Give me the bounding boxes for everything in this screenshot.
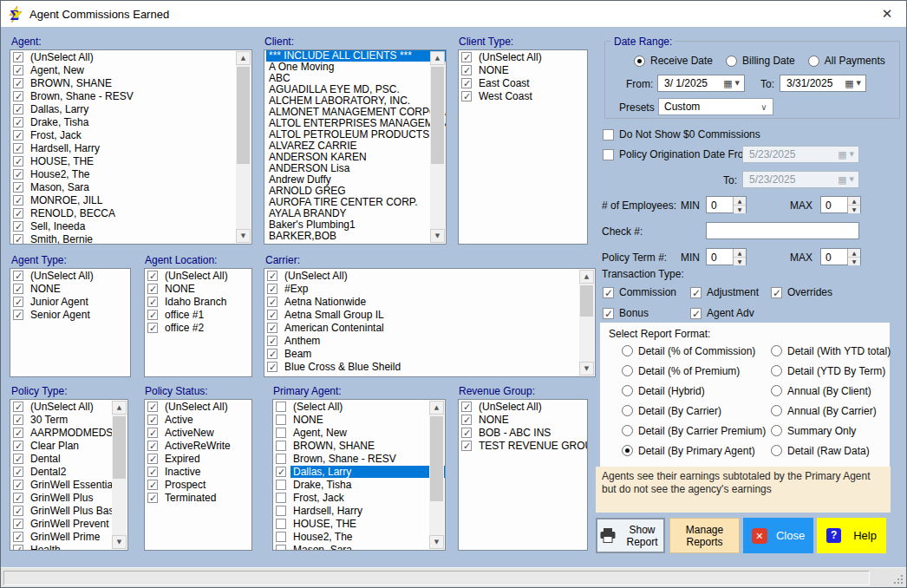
item-checkbox-icon[interactable]	[267, 297, 277, 307]
list-item[interactable]: Mason, Sara	[10, 180, 251, 193]
radio-option[interactable]: Annual (By Client)	[771, 381, 901, 401]
list-item[interactable]: Smith, Bernie	[10, 232, 251, 245]
item-checkbox-icon[interactable]	[147, 284, 158, 294]
list-item[interactable]: Junior Agent	[10, 295, 130, 308]
from-date-picker[interactable]: 3/ 1/2025	[657, 75, 745, 92]
item-checkbox-icon[interactable]	[276, 532, 286, 542]
list-item[interactable]: NONE	[459, 63, 587, 76]
item-checkbox-icon[interactable]	[13, 415, 23, 425]
item-checkbox-icon[interactable]	[13, 480, 23, 490]
item-checkbox-icon[interactable]	[13, 545, 23, 552]
list-item[interactable]: AGUADILLA EYE MD, PSC.	[264, 84, 446, 95]
list-item[interactable]: House2, The	[10, 167, 251, 180]
list-item[interactable]: BROWN, SHANE	[10, 76, 251, 89]
term-min-value[interactable]: 0	[707, 249, 733, 265]
list-item[interactable]: Health	[10, 543, 127, 551]
list-item[interactable]: Inactive	[145, 465, 251, 478]
spin-down-icon[interactable]	[734, 206, 746, 213]
list-item[interactable]: Beam	[264, 347, 595, 360]
radio-option[interactable]: Receive Date	[634, 55, 713, 67]
list-item[interactable]: (UnSelect All)	[459, 50, 587, 63]
scroll-thumb[interactable]	[580, 285, 593, 317]
radio-option[interactable]: Detail (By Carrier Premium)	[622, 421, 771, 441]
policy-origination-checkbox[interactable]: Policy Origination Date From:	[603, 148, 755, 160]
checkbox-icon[interactable]	[771, 287, 782, 298]
checkbox-option[interactable]: Bonus	[603, 303, 690, 323]
radio-icon[interactable]	[808, 56, 819, 67]
list-item[interactable]: Dallas, Larry	[273, 465, 445, 478]
checkbox-option[interactable]: Commission	[603, 282, 690, 303]
list-item[interactable]: American Contenintal	[264, 321, 595, 334]
list-item[interactable]: East Coast	[459, 76, 587, 89]
client-type-list[interactable]: (UnSelect All)NONEEast CoastWest Coast	[458, 49, 588, 245]
list-item[interactable]: ANDERSON Lisa	[264, 163, 446, 174]
radio-icon[interactable]	[771, 365, 782, 376]
list-item[interactable]: (Select All)	[273, 400, 445, 413]
radio-option[interactable]: Detail (By Carrier)	[622, 401, 771, 421]
list-item[interactable]: Clear Plan	[10, 439, 127, 452]
item-checkbox-icon[interactable]	[13, 182, 23, 193]
spin-down-icon[interactable]	[848, 206, 860, 213]
item-checkbox-icon[interactable]	[461, 441, 472, 451]
resize-grip-icon[interactable]	[894, 575, 904, 585]
item-checkbox-icon[interactable]	[267, 271, 277, 281]
list-item[interactable]: Prospect	[145, 478, 251, 491]
item-checkbox-icon[interactable]	[461, 402, 472, 412]
list-item[interactable]: TEST REVENUE GROUP	[459, 439, 587, 452]
radio-option[interactable]: All Payments	[808, 55, 885, 67]
list-item[interactable]: Aetna Nationwide	[264, 295, 595, 308]
radio-option[interactable]: Annual (By Carrier)	[771, 401, 901, 421]
help-button[interactable]: ? Help	[817, 518, 886, 553]
item-checkbox-icon[interactable]	[276, 441, 286, 451]
radio-option[interactable]: Billing Date	[726, 55, 795, 67]
show-report-button[interactable]: Show Report	[596, 518, 665, 553]
list-item[interactable]: (UnSelect All)	[10, 269, 130, 282]
item-checkbox-icon[interactable]	[147, 428, 158, 438]
list-item[interactable]: #Exp	[264, 282, 595, 295]
list-item[interactable]: BROWN, SHANE	[273, 439, 445, 452]
item-checkbox-icon[interactable]	[13, 65, 23, 75]
item-checkbox-icon[interactable]	[13, 493, 23, 503]
combo-chevron-icon[interactable]	[755, 102, 773, 112]
agent-list[interactable]: (UnSelect All)Agent, NewBROWN, SHANEBrow…	[10, 49, 252, 245]
list-item[interactable]: (UnSelect All)	[264, 269, 595, 282]
list-item[interactable]: Agent, New	[10, 63, 251, 76]
dropdown-arrow-icon[interactable]	[854, 80, 865, 87]
item-checkbox-icon[interactable]	[267, 362, 277, 372]
item-checkbox-icon[interactable]	[276, 415, 286, 425]
list-item[interactable]: ANDERSON KAREN	[264, 152, 446, 163]
radio-icon[interactable]	[622, 445, 633, 456]
list-item[interactable]: Hardsell, Harry	[10, 141, 251, 154]
carrier-list[interactable]: (UnSelect All)#ExpAetna NationwideAetna …	[264, 268, 596, 377]
item-checkbox-icon[interactable]	[13, 428, 23, 438]
scroll-down-icon[interactable]	[429, 535, 444, 549]
list-item[interactable]: Frost, Jack	[273, 491, 445, 504]
list-item[interactable]: NONE	[10, 282, 130, 295]
radio-icon[interactable]	[771, 445, 782, 456]
item-checkbox-icon[interactable]	[13, 221, 23, 232]
item-checkbox-icon[interactable]	[147, 441, 158, 451]
checkbox-option[interactable]: Agent Adv	[690, 303, 771, 323]
list-item[interactable]: 30 Term	[10, 413, 127, 426]
list-item[interactable]: Terminated	[145, 491, 251, 504]
list-item[interactable]: Drake, Tisha	[273, 478, 445, 491]
revenue-group-list[interactable]: (UnSelect All)NONEBOB - ABC INSTEST REVE…	[458, 399, 588, 551]
list-item[interactable]: ALMONET MANAGEMENT CORPORA	[264, 107, 446, 118]
list-item[interactable]: NONE	[145, 282, 251, 295]
client-scrollbar[interactable]	[430, 51, 445, 243]
radio-icon[interactable]	[771, 425, 782, 436]
scroll-thumb[interactable]	[237, 67, 250, 164]
radio-option[interactable]: Detail (Raw Data)	[771, 441, 901, 461]
radio-icon[interactable]	[622, 365, 633, 376]
item-checkbox-icon[interactable]	[13, 271, 23, 281]
carrier-scrollbar[interactable]	[579, 270, 594, 376]
scroll-down-icon[interactable]	[579, 362, 594, 376]
scroll-thumb[interactable]	[431, 67, 444, 164]
policy-status-list[interactable]: (UnSelect All)ActiveActiveNewActiveReWri…	[144, 399, 252, 551]
list-item[interactable]: AYALA BRANDY	[264, 208, 446, 219]
list-item[interactable]: *** INCLUDE ALL CLIENTS ***	[264, 50, 446, 62]
spin-up-icon[interactable]	[848, 197, 860, 206]
item-checkbox-icon[interactable]	[267, 310, 277, 320]
list-item[interactable]: office #2	[145, 321, 251, 334]
list-item[interactable]: GrinWell Plus	[10, 491, 127, 504]
